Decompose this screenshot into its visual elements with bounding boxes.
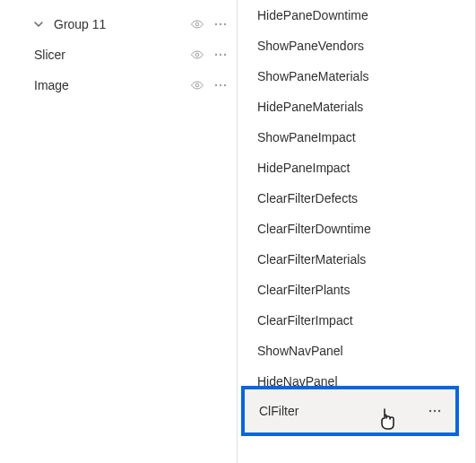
svg-point-9	[215, 84, 217, 86]
visibility-icon[interactable]	[190, 48, 204, 62]
list-item[interactable]: HidePaneDowntime	[254, 0, 475, 31]
list-item[interactable]: HidePaneImpact	[254, 153, 475, 183]
more-icon[interactable]	[428, 409, 441, 413]
more-icon[interactable]	[213, 48, 228, 62]
selected-bookmark-label: ClFilter	[259, 404, 428, 418]
svg-point-4	[195, 53, 199, 57]
svg-point-14	[438, 410, 440, 412]
visibility-icon[interactable]	[190, 17, 204, 31]
svg-point-3	[224, 23, 226, 25]
list-item[interactable]: ShowPaneImpact	[254, 122, 475, 153]
svg-point-7	[224, 54, 226, 56]
list-item[interactable]: ClearFilterDowntime	[254, 214, 475, 244]
list-item[interactable]: ClearFilterPlants	[254, 275, 475, 305]
svg-point-6	[220, 54, 221, 56]
more-icon[interactable]	[213, 78, 228, 92]
list-item[interactable]: ShowNavPanel	[254, 336, 475, 366]
tree-item-label: Image	[34, 78, 190, 92]
list-item[interactable]: ShowPaneMaterials	[254, 61, 475, 92]
list-item[interactable]: ShowPaneVendors	[254, 31, 475, 61]
svg-point-0	[195, 22, 199, 26]
list-item[interactable]: ClearFilterDefects	[254, 183, 475, 214]
visibility-icon[interactable]	[190, 78, 204, 92]
svg-point-1	[215, 23, 217, 25]
svg-point-12	[429, 410, 431, 412]
list-item[interactable]: ClearFilterMaterials	[254, 244, 475, 275]
tree-item[interactable]: Slicer	[0, 39, 237, 70]
svg-point-10	[220, 84, 221, 86]
svg-point-13	[434, 410, 436, 412]
selected-bookmark[interactable]: ClFilter	[241, 386, 459, 436]
svg-point-2	[220, 23, 221, 25]
svg-point-11	[224, 84, 226, 86]
list-item[interactable]: ClearFilterImpact	[254, 305, 475, 336]
bookmarks-pane: HidePaneDowntime ShowPaneVendors ShowPan…	[238, 0, 476, 463]
more-icon[interactable]	[213, 17, 228, 31]
tree-item-label: Slicer	[34, 48, 190, 62]
list-item[interactable]: HidePaneMaterials	[254, 92, 475, 122]
chevron-down-icon[interactable]	[30, 16, 47, 32]
tree-group-row[interactable]: Group 11	[0, 9, 237, 39]
tree-item[interactable]: Image	[0, 70, 237, 100]
svg-point-8	[195, 83, 199, 87]
selection-pane: Group 11 Slicer Image	[0, 0, 238, 463]
svg-point-5	[215, 54, 217, 56]
group-label: Group 11	[54, 17, 190, 31]
